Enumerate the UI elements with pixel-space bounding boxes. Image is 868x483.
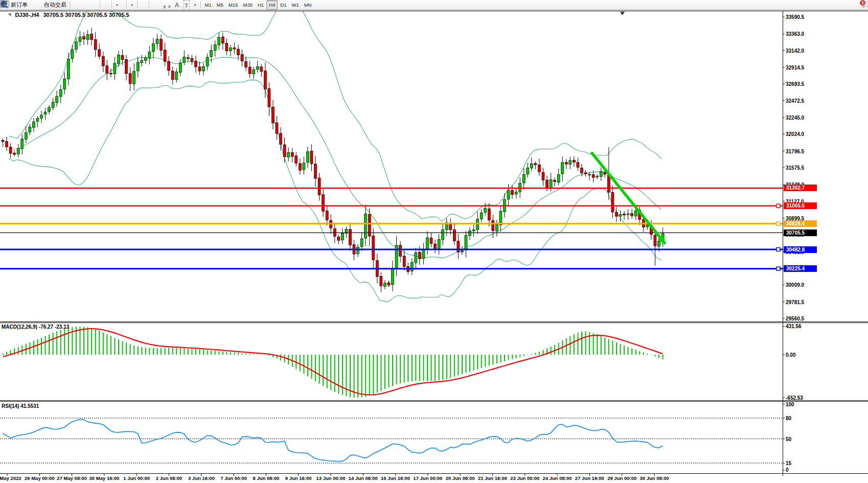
price-axis-tick: 32024.0 (786, 131, 804, 137)
candlestick-chart-button[interactable] (78, 0, 82, 10)
time-axis-label: 20 Jun 08:00 (446, 475, 475, 481)
new-order-label: 新订单 (11, 1, 28, 9)
chart-type-button[interactable]: ▼ (128, 0, 135, 10)
rsi-axis-tick: 0 (786, 467, 789, 473)
price-axis-tick: 31796.5 (786, 148, 804, 154)
profile-button[interactable] (34, 0, 38, 10)
time-axis-label: 23 Jun 00:00 (510, 475, 539, 481)
price-level-badge: 30828.4 (784, 220, 817, 227)
price-axis-tick: 30009.0 (786, 282, 804, 288)
separator (137, 1, 138, 9)
price-axis-tick: 33363.0 (786, 31, 804, 37)
channel-glyph: E (164, 5, 166, 9)
rsi-axis-tick: 50 (786, 436, 791, 442)
bar-chart-button[interactable] (74, 0, 78, 10)
horizontal-line-objects (0, 188, 783, 270)
expand-arrow-icon[interactable]: ◥ (8, 13, 11, 17)
chart-title: ◥ DJ30-,H4 30705.5 30705.5 30705.5 30705… (8, 12, 129, 18)
gold-bar-button[interactable] (30, 0, 34, 10)
line-chart-button[interactable] (82, 0, 86, 10)
equidistant-channel-button[interactable]: E (163, 0, 168, 10)
time-axis-label: 24 Jun 08:00 (543, 475, 572, 481)
new-chart-button[interactable]: ▼ (113, 0, 121, 10)
trendline-button[interactable] (159, 0, 163, 10)
timeframe-button-h1[interactable]: H1 (255, 0, 266, 10)
time-axis-label: 29 Jun 00:00 (607, 475, 636, 481)
macd-label: MACD(12,26,9) -76.27 -23.13 (2, 324, 69, 330)
search-icon (0, 0, 9, 9)
label-box: T (184, 0, 190, 10)
zoom-out-button[interactable] (90, 0, 94, 10)
ohlc-readout: 30705.5 30705.5 30705.5 30705.5 (43, 12, 129, 18)
crosshair-button[interactable] (143, 0, 147, 10)
dropdown-arrow-icon: ▼ (194, 4, 197, 7)
cursor-button[interactable] (139, 0, 143, 10)
dropdown-arrow-icon: ▼ (130, 4, 133, 7)
macd-indicator (3, 327, 663, 398)
separator (149, 1, 149, 9)
time-axis-label: 27 Jun 16:00 (575, 475, 604, 481)
auto-trading-button[interactable]: 自动交易 (42, 0, 68, 10)
timeframe-button-h4[interactable]: H4 (266, 0, 278, 10)
timeframe-bar: M1M5M15M30H1H4D1W1MN (202, 0, 314, 10)
toolbar-grip[interactable] (70, 2, 72, 9)
timeframe-button-m30[interactable]: M30 (240, 0, 255, 10)
price-axis-tick: 32472.5 (786, 98, 804, 103)
timeframe-button-w1[interactable]: W1 (289, 0, 301, 10)
timeframe-button-mn[interactable]: MN (302, 0, 314, 10)
chart-shift-button[interactable] (106, 0, 110, 10)
line-handle[interactable] (776, 204, 780, 208)
dropdown-arrow-icon: ▼ (116, 4, 119, 7)
time-axis-label: 30 May 16:00 (89, 475, 120, 481)
text-label-button[interactable]: T (181, 0, 192, 10)
bollinger-bands (9, 0, 661, 302)
timeframe-button-d1[interactable]: D1 (278, 0, 289, 10)
separator (100, 1, 100, 9)
tile-windows-button[interactable] (94, 0, 98, 10)
timeframe-button-m1[interactable]: M1 (202, 0, 214, 10)
rsi-label: RSI(14) 41.5531 (2, 403, 39, 409)
time-axis-label: 24 May 2022 (0, 475, 21, 481)
symbol-timeframe: DJ30-,H4 (15, 12, 39, 18)
line-handle[interactable] (776, 222, 780, 225)
separator (111, 1, 112, 9)
new-order-button[interactable]: 新订单 (9, 0, 30, 10)
trend-arrow[interactable] (592, 153, 665, 243)
shift-marker-icon[interactable] (620, 12, 625, 15)
clock-button[interactable] (121, 0, 125, 10)
chart-canvas[interactable] (0, 0, 868, 483)
label-glyph: T (185, 3, 188, 9)
time-axis-label: 2 Jun 08:00 (156, 475, 182, 481)
price-axis-tick: 32693.5 (786, 81, 804, 87)
rsi-axis-tick: 80 (786, 416, 791, 421)
price-axis-tick: 31575.5 (786, 165, 804, 171)
timeframe-button-m5[interactable]: M5 (214, 0, 226, 10)
price-axis-tick: 32245.0 (786, 114, 804, 120)
time-axis-label: 15 Jun 16:00 (381, 475, 410, 481)
price-level-badge: 30225.4 (784, 265, 817, 272)
price-level-badge: 30482.8 (784, 246, 817, 253)
auto-scroll-button[interactable] (102, 0, 106, 10)
time-axis-label: 14 Jun 08:00 (349, 475, 378, 481)
auto-trading-label: 自动交易 (44, 1, 66, 9)
macd-axis-tick: -652.53 (786, 395, 803, 401)
vertical-line-button[interactable] (151, 0, 155, 10)
rsi-indicator (0, 418, 783, 463)
line-handle[interactable] (776, 248, 780, 251)
price-level-badge: 31065.5 (784, 202, 817, 209)
line-handle[interactable] (776, 267, 780, 270)
price-axis-tick: 29781.5 (786, 299, 804, 305)
text-button[interactable]: A (173, 0, 181, 10)
zoom-in-button[interactable] (86, 0, 90, 10)
price-level-badge: 30705.5 (784, 229, 817, 236)
macd-axis-tick: 0.00 (786, 352, 795, 358)
signal-button[interactable] (38, 0, 42, 10)
price-axis-tick: 29560.5 (786, 316, 804, 321)
notifications-button[interactable]: 1 (861, 0, 865, 10)
timeframe-button-m15[interactable]: M15 (226, 0, 240, 10)
fibonacci-button[interactable]: F (168, 0, 173, 10)
horizontal-line-button[interactable] (155, 0, 159, 10)
time-axis-label: 26 May 00:00 (25, 475, 55, 481)
arrows-button[interactable]: ▼ (192, 0, 199, 10)
separator (126, 1, 127, 9)
